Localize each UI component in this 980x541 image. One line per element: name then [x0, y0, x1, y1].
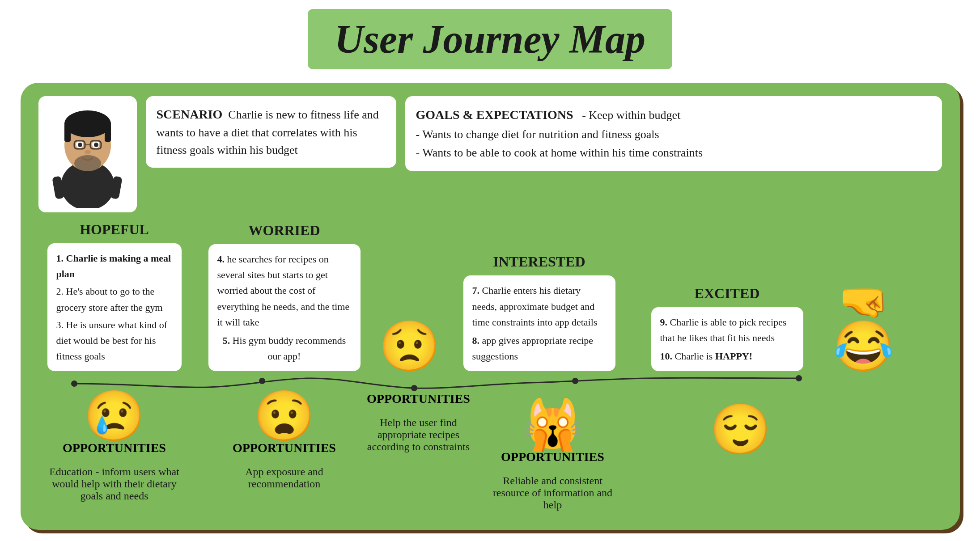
svg-rect-5	[105, 124, 111, 142]
worried-bottom: 😧 OPPORTUNITIES App exposure and recomme…	[199, 392, 369, 490]
goals-item-2: - Wants to be able to cook at home withi…	[416, 146, 703, 159]
goals-item-1: - Wants to change diet for nutrition and…	[416, 128, 659, 141]
svg-point-9	[78, 143, 82, 147]
scenario-box: SCENARIO Charlie is new to fitness life …	[146, 96, 396, 168]
hopeful-bottom: 😢 OPPORTUNITIES Education - inform users…	[38, 392, 191, 502]
interested-step-1: 8. app gives appropriate recipe suggesti…	[472, 333, 607, 364]
interested-bottom: 🙀 OPPORTUNITIES Reliable and consistent …	[468, 392, 638, 511]
satisfied-emoji: 😌	[710, 405, 771, 454]
hopeful-box: 1. Charlie is making a meal plan 2. He's…	[47, 243, 182, 371]
goals-label: GOALS & EXPECTATIONS	[416, 108, 573, 122]
svg-point-3	[64, 110, 111, 137]
interested-step-0: 7. Charlie enters his dietary needs, app…	[472, 283, 607, 330]
svg-rect-4	[64, 124, 71, 142]
hopeful-step-1: 2. He's about to go to the grocery store…	[56, 283, 173, 315]
scenario-label: SCENARIO	[157, 107, 223, 121]
excited-bottom: 😌	[647, 392, 835, 454]
worried-emoji: 😟	[379, 322, 440, 371]
goals-box: GOALS & EXPECTATIONS - Keep within budge…	[405, 96, 942, 171]
excited-column: EXCITED 9. Charlie is able to pick recip…	[633, 285, 821, 372]
interested-column: INTERESTED 7. Charlie enters his dietary…	[454, 254, 624, 371]
worried-emoji-area: 😟	[369, 322, 450, 371]
worried-emoji-bottom: 😧	[254, 392, 315, 441]
svg-point-17	[71, 380, 77, 387]
worried-step-1: 5. His gym buddy recommends our app!	[217, 333, 352, 364]
excited-step-0: 9. Charlie is able to pick recipes that …	[660, 314, 794, 346]
worried-opp2-title: OPPORTUNITIES	[367, 392, 470, 406]
page-title: User Journey Map	[335, 16, 645, 62]
excited-box: 9. Charlie is able to pick recipes that …	[651, 307, 803, 372]
middle-opp: OPPORTUNITIES Help the user find appropr…	[374, 392, 463, 453]
hand-icon: 🤜	[839, 282, 889, 322]
svg-point-6	[74, 155, 101, 171]
excited-emoji-area: 🤜 😂	[821, 282, 902, 371]
interested-opp-title: OPPORTUNITIES	[501, 450, 604, 464]
hopeful-label: HOPEFUL	[80, 221, 149, 238]
hopeful-step-2: 3. He is unsure what kind of diet would …	[56, 317, 173, 364]
worried-box: 4. he searches for recipes on several si…	[208, 244, 361, 371]
page-title-container: User Journey Map	[308, 9, 672, 69]
interested-opp: OPPORTUNITIES Reliable and consistent re…	[481, 450, 624, 511]
worried-opp: OPPORTUNITIES App exposure and recommend…	[213, 441, 356, 490]
svg-point-20	[572, 378, 578, 384]
interested-box: 7. Charlie enters his dietary needs, app…	[463, 275, 615, 371]
svg-point-10	[94, 143, 98, 147]
svg-point-21	[796, 375, 802, 381]
hopeful-column: HOPEFUL 1. Charlie is making a meal plan…	[38, 221, 191, 371]
main-card: SCENARIO Charlie is new to fitness life …	[21, 83, 960, 530]
worried-opp2-text: Help the user find appropriate recipes a…	[367, 417, 470, 453]
goals-item-0: - Keep within budget	[582, 109, 680, 122]
hopeful-emoji: 😢	[84, 392, 145, 441]
worried-label: WORRIED	[248, 222, 320, 239]
excited-step-1: 10. Charlie is HAPPY!	[660, 348, 794, 364]
hopeful-opp: OPPORTUNITIES Education - inform users w…	[43, 441, 186, 502]
interested-label: INTERESTED	[493, 254, 585, 270]
excited-emoji: 😂	[833, 322, 894, 371]
persona-image	[38, 96, 137, 212]
svg-point-19	[411, 385, 417, 391]
interested-emoji: 🙀	[522, 401, 583, 450]
journey-curve	[38, 375, 888, 393]
worried-opp-text: App exposure and recommendation	[217, 466, 352, 490]
excited-label: EXCITED	[695, 285, 760, 302]
hopeful-opp-text: Education - inform users what would help…	[47, 466, 182, 502]
svg-point-14	[85, 150, 91, 154]
middle-opp-block: OPPORTUNITIES Help the user find appropr…	[362, 392, 475, 453]
hopeful-step-0: 1. Charlie is making a meal plan	[56, 250, 173, 282]
hopeful-opp-title: OPPORTUNITIES	[63, 441, 166, 455]
worried-step-0: 4. he searches for recipes on several si…	[217, 251, 352, 330]
interested-opp-text: Reliable and consistent resource of info…	[486, 475, 620, 511]
worried-column: WORRIED 4. he searches for recipes on se…	[199, 222, 369, 371]
worried-opp-title: OPPORTUNITIES	[233, 441, 336, 455]
svg-point-18	[259, 378, 265, 384]
